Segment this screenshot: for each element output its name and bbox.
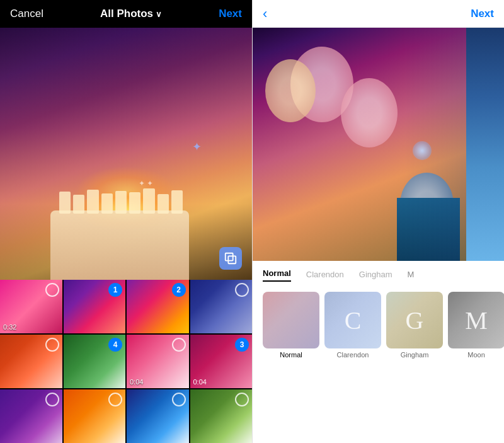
thumb-3[interactable]: 2 <box>127 280 189 333</box>
filter-thumb-moon: M <box>448 292 504 348</box>
thumb-select-11[interactable] <box>172 393 186 406</box>
thumb-duration-1: 0:32 <box>3 323 16 331</box>
filter-item-gingham[interactable]: G Gingham <box>386 292 443 359</box>
photo-scene: ✦ ✦ ✦ <box>0 28 252 280</box>
thumb-4[interactable] <box>190 280 253 333</box>
thumb-duration-8: 0:04 <box>193 378 207 386</box>
thumb-select-12[interactable] <box>235 393 249 406</box>
crop-icon-svg <box>224 251 238 265</box>
left-next-button[interactable]: Next <box>219 8 242 20</box>
filter-tab-more[interactable]: M <box>408 270 415 282</box>
filter-tab-gingham[interactable]: Gingham <box>359 270 392 282</box>
thumb-5[interactable] <box>0 335 62 388</box>
filter-item-moon[interactable]: M Moon <box>448 292 504 359</box>
filter-section: Normal Clarendon Gingham M Normal C Clar… <box>253 261 504 443</box>
filter-item-normal[interactable]: Normal <box>263 292 319 359</box>
filter-tab-clarendon[interactable]: Clarendon <box>306 270 344 282</box>
thumb-2[interactable]: 1 <box>64 280 126 333</box>
filter-label-clarendon: Clarendon <box>337 351 369 359</box>
left-panel: Cancel All Photos ∨ Next ✦ ✦ <box>0 0 252 443</box>
thumb-6[interactable]: 4 <box>64 335 126 388</box>
filter-tabs: Normal Clarendon Gingham M <box>253 261 504 287</box>
cancel-button[interactable]: Cancel <box>10 8 43 20</box>
thumb-duration-7: 0:04 <box>130 378 143 386</box>
left-header: Cancel All Photos ∨ Next <box>0 0 252 28</box>
filter-label-moon: Moon <box>467 351 485 359</box>
filter-thumb-clarendon: C <box>324 292 381 348</box>
svg-rect-0 <box>226 253 233 261</box>
filter-thumb-gingham: G <box>386 292 443 348</box>
thumb-select-4[interactable] <box>235 283 249 297</box>
filter-label-normal: Normal <box>280 351 302 359</box>
thumb-badge-6: 4 <box>113 340 118 349</box>
filter-tab-normal[interactable]: Normal <box>263 268 291 282</box>
chevron-down-icon: ∨ <box>156 9 162 19</box>
crop-button[interactable] <box>219 247 242 270</box>
thumb-select-1[interactable] <box>45 283 59 297</box>
thumb-badge-2: 1 <box>113 285 118 294</box>
clarendon-letter: C <box>345 306 362 335</box>
filter-row: Normal C Clarendon G Gingham M Moon <box>253 287 504 364</box>
back-button[interactable]: ‹ <box>263 7 267 21</box>
thumb-badge-3: 2 <box>176 285 181 294</box>
filter-item-clarendon[interactable]: C Clarendon <box>324 292 381 359</box>
album-title-text: All Photos <box>100 8 153 20</box>
thumb-9[interactable] <box>0 389 62 443</box>
thumb-select-10[interactable] <box>108 393 122 406</box>
thumb-1[interactable]: 0:32 <box>0 280 62 333</box>
thumb-badge-8: 3 <box>240 340 244 349</box>
thumb-select-3[interactable]: 2 <box>172 283 186 297</box>
right-panel: ‹ Next Normal Clarendon Gingham <box>252 0 504 443</box>
gingham-letter: G <box>406 306 424 335</box>
thumb-select-2[interactable]: 1 <box>108 283 122 297</box>
album-title-dropdown[interactable]: All Photos ∨ <box>100 8 162 20</box>
thumb-11[interactable] <box>127 389 189 443</box>
thumb-select-7[interactable] <box>172 338 186 352</box>
filter-label-gingham: Gingham <box>401 351 429 359</box>
thumb-8[interactable]: 3 0:04 <box>190 335 253 388</box>
filter-thumb-normal <box>263 292 319 348</box>
thumbnail-grid: 0:32 1 2 4 <box>0 280 252 443</box>
svg-rect-1 <box>228 256 236 263</box>
thumb-select-8[interactable]: 3 <box>235 338 249 352</box>
right-next-button[interactable]: Next <box>471 8 494 20</box>
thumb-select-5[interactable] <box>45 338 59 352</box>
thumb-12[interactable] <box>190 389 253 443</box>
thumb-select-9[interactable] <box>45 393 59 406</box>
thumb-10[interactable] <box>64 389 126 443</box>
thumb-select-6[interactable]: 4 <box>108 338 122 352</box>
moon-letter: M <box>465 306 488 335</box>
main-photo-preview: ✦ ✦ ✦ <box>0 28 252 280</box>
preview-right-strip <box>466 28 504 261</box>
right-preview <box>253 28 504 261</box>
preview-scene <box>253 28 504 261</box>
thumb-7[interactable]: 0:04 <box>127 335 189 388</box>
right-header: ‹ Next <box>253 0 504 28</box>
